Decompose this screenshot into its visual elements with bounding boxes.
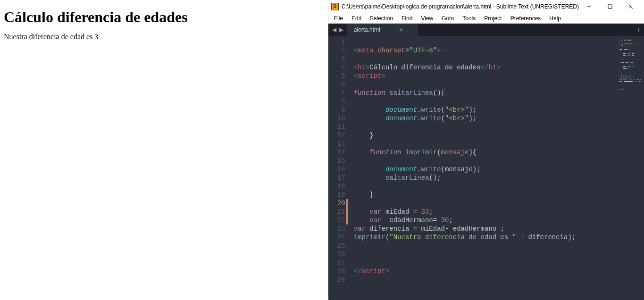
- close-icon: [628, 4, 633, 9]
- tab-label: alerta.html: [354, 26, 380, 33]
- code-line[interactable]: var diferencia = miEdad- edadHermano ;: [354, 225, 618, 233]
- code-line[interactable]: [354, 182, 618, 191]
- menu-item-help[interactable]: Help: [545, 14, 565, 23]
- menu-item-tools[interactable]: Tools: [459, 14, 479, 23]
- code-line[interactable]: [354, 140, 618, 148]
- line-gutter: 1234567891011121314151617181920212223242…: [328, 36, 349, 300]
- sublime-window: S C:\Users\palme\Desktop\logica de progr…: [328, 0, 644, 300]
- browser-output-pane: Cálculo diferencia de edades Nuestra dif…: [0, 0, 328, 297]
- tab-row: ◀ ▶ alerta.html × +: [328, 24, 644, 36]
- code-line[interactable]: [354, 38, 618, 46]
- tab-add-button[interactable]: +: [633, 24, 644, 36]
- code-line[interactable]: [354, 258, 618, 267]
- menu-item-preferences[interactable]: Preferences: [507, 14, 545, 23]
- code-line[interactable]: </script>: [354, 267, 618, 275]
- tab-active[interactable]: alerta.html ×: [347, 24, 418, 36]
- minimap[interactable]: [618, 36, 644, 300]
- menu-item-edit[interactable]: Edit: [348, 14, 365, 23]
- code-line[interactable]: [354, 242, 618, 250]
- code-line[interactable]: [354, 250, 618, 258]
- window-title: C:\Users\palme\Desktop\logica de program…: [342, 3, 579, 10]
- code-line[interactable]: [354, 199, 618, 208]
- menu-item-selection[interactable]: Selection: [366, 14, 397, 23]
- code-line[interactable]: [354, 97, 618, 106]
- sublime-app-icon: S: [331, 3, 339, 10]
- code-line[interactable]: document.write(mensaje);: [354, 165, 618, 174]
- maximize-icon: [608, 4, 612, 9]
- code-line[interactable]: imprimir("Nuestra diferencia de edad es …: [354, 233, 618, 242]
- window-titlebar[interactable]: S C:\Users\palme\Desktop\logica de progr…: [328, 0, 644, 13]
- page-body-text: Nuestra diferencia de edad es 3: [4, 33, 324, 41]
- minimize-icon: [587, 4, 592, 9]
- code-content[interactable]: <meta charset="UTF-8"><h1>Cálculo difere…: [349, 36, 618, 300]
- close-button[interactable]: [620, 1, 641, 12]
- menu-item-goto[interactable]: Goto: [438, 14, 458, 23]
- menu-item-file[interactable]: File: [330, 14, 347, 23]
- menu-item-project[interactable]: Project: [480, 14, 505, 23]
- code-line[interactable]: [354, 275, 618, 284]
- code-line[interactable]: var edadHermano= 30;: [354, 216, 618, 225]
- code-line[interactable]: function saltarLinea(){: [354, 89, 618, 97]
- code-line[interactable]: }: [354, 131, 618, 140]
- code-line[interactable]: [354, 55, 618, 63]
- tab-back-icon[interactable]: ◀: [332, 26, 336, 33]
- page-heading: Cálculo diferencia de edades: [4, 8, 324, 26]
- code-line[interactable]: }: [354, 191, 618, 199]
- svg-rect-1: [608, 5, 612, 8]
- code-line[interactable]: [354, 123, 618, 131]
- code-line[interactable]: [354, 80, 618, 89]
- code-line[interactable]: document.write("<br>");: [354, 114, 618, 123]
- tab-forward-icon[interactable]: ▶: [339, 26, 343, 33]
- tab-close-icon[interactable]: ×: [399, 26, 403, 33]
- code-editor[interactable]: 1234567891011121314151617181920212223242…: [328, 36, 644, 300]
- window-controls: [579, 1, 641, 12]
- code-line[interactable]: function imprimir(mensaje){: [354, 148, 618, 157]
- code-line[interactable]: <h1>Cálculo diferencia de edades</h1>: [354, 63, 618, 72]
- code-line[interactable]: <meta charset="UTF-8">: [354, 46, 618, 55]
- menu-item-view[interactable]: View: [417, 14, 437, 23]
- code-line[interactable]: var miEdad = 33;: [354, 208, 618, 216]
- menubar: FileEditSelectionFindViewGotoToolsProjec…: [328, 13, 644, 24]
- code-line[interactable]: saltarLinea();: [354, 174, 618, 182]
- maximize-button[interactable]: [600, 1, 620, 12]
- minimize-button[interactable]: [579, 1, 600, 12]
- tab-nav-arrows: ◀ ▶: [328, 24, 347, 36]
- code-line[interactable]: <script>: [354, 72, 618, 80]
- code-line[interactable]: document.write("<br>");: [354, 106, 618, 114]
- menu-item-find[interactable]: Find: [398, 14, 416, 23]
- code-line[interactable]: [354, 157, 618, 165]
